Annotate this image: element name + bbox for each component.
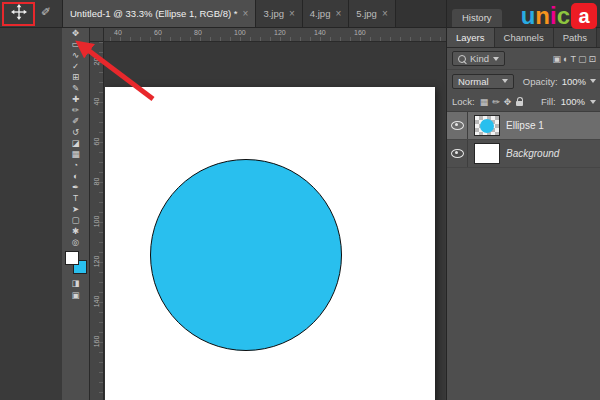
layer-row-background[interactable]: Background — [447, 140, 600, 168]
close-icon[interactable]: × — [243, 8, 249, 19]
ruler-v-label: 20 — [93, 56, 100, 68]
close-icon[interactable]: × — [335, 8, 341, 19]
logo-letters: unic — [521, 2, 570, 30]
fill-value[interactable]: 100% — [561, 96, 585, 107]
filter-type-layers-icon[interactable]: T — [570, 54, 576, 64]
panel-dock: History Layers Channels Paths Kind ▣◐T▢⊡… — [446, 0, 600, 400]
toolbar-extra-icons: ◨▣ — [62, 277, 89, 301]
logo-letter: u — [521, 2, 536, 30]
tool-preset-icon[interactable]: ✐ — [41, 5, 51, 19]
color-swatches — [62, 251, 89, 277]
foreground-color-swatch[interactable] — [65, 251, 79, 265]
document-canvas[interactable] — [105, 87, 435, 400]
ruler-v-label: 60 — [93, 136, 100, 148]
lock-all-icon[interactable] — [516, 101, 523, 106]
tab-5jpg[interactable]: 5.jpg × — [349, 0, 395, 27]
crop-tool[interactable]: ⊞ — [62, 72, 89, 83]
blur-tool[interactable]: ◔ — [62, 160, 89, 171]
ruler-h-label: 140 — [314, 29, 326, 36]
shape-tool[interactable]: ▢ — [62, 215, 89, 226]
canvas-pasteboard[interactable] — [104, 42, 445, 400]
layer-name[interactable]: Ellipse 1 — [506, 120, 544, 131]
tab-label: 4.jpg — [310, 8, 331, 19]
lock-transparent-pixels-icon[interactable]: ▦ — [480, 97, 489, 107]
horizontal-ruler[interactable]: 406080100120140160 — [90, 28, 446, 42]
brush-tool[interactable]: ✏ — [62, 105, 89, 116]
eye-cell[interactable] — [447, 112, 468, 139]
ellipse-thumbnail-shape — [480, 119, 494, 133]
move-tool[interactable]: ✥ — [62, 28, 89, 39]
kind-filter-dropdown[interactable]: Kind — [452, 51, 505, 66]
pen-tool[interactable]: ✒ — [62, 182, 89, 193]
blend-mode-value: Normal — [458, 76, 489, 87]
tab-3jpg[interactable]: 3.jpg × — [256, 0, 302, 27]
photoshop-window: ✐ Untitled-1 @ 33.3% (Ellipse 1, RGB/8) … — [0, 0, 600, 400]
ruler-h-label: 40 — [114, 29, 122, 36]
ruler-h-label: 80 — [194, 29, 202, 36]
move-tool-icon[interactable] — [11, 4, 27, 24]
lock-position-icon[interactable]: ✥ — [504, 97, 512, 107]
filter-pixel-layers-icon[interactable]: ▣ — [552, 54, 561, 64]
quick-mask-icon[interactable]: ◨ — [62, 277, 89, 289]
dodge-tool[interactable]: ◐ — [62, 171, 89, 182]
visibility-eye-icon[interactable] — [451, 121, 464, 130]
layer-filter-row: Kind ▣◐T▢⊡ — [447, 48, 600, 70]
healing-brush-tool[interactable]: ✚ — [62, 94, 89, 105]
filter-adjustment-layers-icon[interactable]: ◐ — [563, 54, 568, 64]
history-brush-tool[interactable]: ↺ — [62, 127, 89, 138]
layer-row-ellipse-1[interactable]: Ellipse 1 — [447, 112, 600, 140]
history-panel-tab[interactable]: History — [452, 9, 502, 27]
lock-icon-list: ▦✏✥ — [480, 97, 512, 107]
ruler-corner — [90, 28, 104, 42]
blend-row: Normal Opacity: 100% — [447, 70, 600, 92]
logo-badge: a — [571, 3, 597, 29]
eye-cell[interactable] — [447, 140, 468, 167]
close-icon[interactable]: × — [289, 8, 295, 19]
ruler-h-label: 100 — [234, 29, 246, 36]
hand-tool[interactable]: ✱ — [62, 226, 89, 237]
logo-letter: c — [557, 2, 570, 30]
close-icon[interactable]: × — [382, 8, 388, 19]
ruler-v-label: 100 — [93, 216, 100, 228]
visibility-eye-icon[interactable] — [451, 149, 464, 158]
tab-channels[interactable]: Channels — [495, 28, 554, 47]
quick-selection-tool[interactable]: ✓ — [62, 61, 89, 72]
blend-mode-dropdown[interactable]: Normal — [452, 74, 514, 89]
ruler-v-label: 160 — [93, 336, 100, 348]
filter-icon-list: ▣◐T▢⊡ — [550, 54, 596, 64]
ruler-h-label: 160 — [354, 29, 366, 36]
tab-layers[interactable]: Layers — [447, 28, 495, 47]
path-selection-tool[interactable]: ➤ — [62, 204, 89, 215]
filter-smart-objects-icon[interactable]: ⊡ — [588, 54, 596, 64]
lock-row: Lock: ▦✏✥ Fill: 100% — [447, 92, 600, 112]
eraser-tool[interactable]: ◪ — [62, 138, 89, 149]
canvas-ellipse[interactable] — [150, 159, 342, 351]
tab-untitled-1[interactable]: Untitled-1 @ 33.3% (Ellipse 1, RGB/8) * … — [63, 0, 256, 27]
filter-shape-layers-icon[interactable]: ▢ — [578, 54, 587, 64]
screen-mode-icon[interactable]: ▣ — [62, 289, 89, 301]
tools-panel: ✥▭∿✓⊞✎✚✏✐↺◪▦◔◐✒T➤▢✱◎ ◨▣ — [62, 28, 90, 400]
type-tool[interactable]: T — [62, 193, 89, 204]
tool-list: ✥▭∿✓⊞✎✚✏✐↺◪▦◔◐✒T➤▢✱◎ — [62, 28, 89, 248]
lasso-tool[interactable]: ∿ — [62, 50, 89, 61]
eyedropper-tool[interactable]: ✎ — [62, 83, 89, 94]
logo-letter: i — [550, 2, 557, 30]
chevron-down-icon[interactable] — [590, 79, 596, 83]
chevron-down-icon[interactable] — [590, 100, 596, 104]
opacity-value[interactable]: 100% — [562, 76, 586, 87]
tab-label: Untitled-1 @ 33.3% (Ellipse 1, RGB/8) * — [70, 8, 238, 19]
layer-name[interactable]: Background — [506, 148, 559, 159]
vertical-ruler[interactable]: 20406080100120140160 — [90, 42, 104, 400]
lock-image-pixels-icon[interactable]: ✏ — [492, 97, 500, 107]
layer-thumbnail[interactable] — [474, 115, 500, 136]
top-bar: ✐ Untitled-1 @ 33.3% (Ellipse 1, RGB/8) … — [0, 0, 446, 28]
layer-thumbnail[interactable] — [474, 143, 500, 164]
tab-4jpg[interactable]: 4.jpg × — [303, 0, 349, 27]
zoom-tool[interactable]: ◎ — [62, 237, 89, 248]
kind-label: Kind — [470, 53, 489, 64]
clone-stamp-tool[interactable]: ✐ — [62, 116, 89, 127]
tab-paths[interactable]: Paths — [554, 28, 597, 47]
move-tool-highlight-box — [2, 2, 35, 26]
rectangular-marquee-tool[interactable]: ▭ — [62, 39, 89, 50]
gradient-tool[interactable]: ▦ — [62, 149, 89, 160]
